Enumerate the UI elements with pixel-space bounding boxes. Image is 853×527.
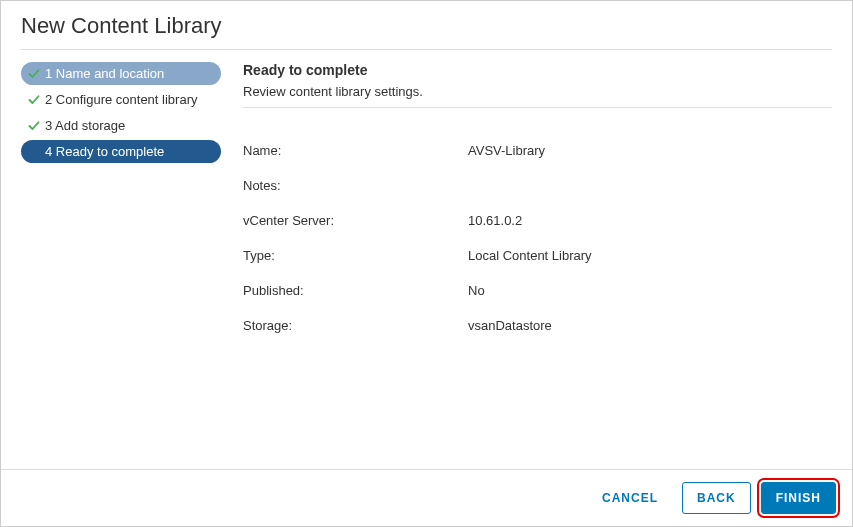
wizard-step-label: 3 Add storage [45,118,125,133]
summary-value: vsanDatastore [468,318,832,333]
summary-label: Type: [243,248,468,263]
summary-row-notes: Notes: [243,178,832,193]
wizard-step-ready[interactable]: 4 Ready to complete [21,140,221,163]
content-divider [243,107,832,108]
wizard-step-label: 4 Ready to complete [45,144,164,159]
dialog-body: 1 Name and location 2 Configure content … [1,50,852,469]
dialog-footer: CANCEL BACK FINISH [1,470,852,526]
summary-label: vCenter Server: [243,213,468,228]
summary-row-storage: Storage: vsanDatastore [243,318,832,333]
check-icon [27,119,41,133]
dialog-title: New Content Library [21,13,832,39]
wizard-step-label: 1 Name and location [45,66,164,81]
finish-button[interactable]: FINISH [761,482,836,514]
check-icon [27,93,41,107]
summary-value: Local Content Library [468,248,832,263]
wizard-step-label: 2 Configure content library [45,92,197,107]
summary-value [468,178,832,193]
wizard-step-configure[interactable]: 2 Configure content library [21,88,221,111]
summary-label: Name: [243,143,468,158]
content-panel: Ready to complete Review content library… [231,62,832,469]
summary-row-name: Name: AVSV-Library [243,143,832,158]
wizard-step-name-location[interactable]: 1 Name and location [21,62,221,85]
check-icon [27,67,41,81]
wizard-sidebar: 1 Name and location 2 Configure content … [21,62,231,469]
content-subtitle: Review content library settings. [243,84,832,99]
summary-row-published: Published: No [243,283,832,298]
summary-value: AVSV-Library [468,143,832,158]
summary-label: Storage: [243,318,468,333]
summary-value: 10.61.0.2 [468,213,832,228]
cancel-button[interactable]: CANCEL [588,483,672,513]
content-title: Ready to complete [243,62,832,78]
summary-row-vcenter: vCenter Server: 10.61.0.2 [243,213,832,228]
summary-value: No [468,283,832,298]
summary-row-type: Type: Local Content Library [243,248,832,263]
summary-label: Notes: [243,178,468,193]
wizard-step-storage[interactable]: 3 Add storage [21,114,221,137]
summary-label: Published: [243,283,468,298]
back-button[interactable]: BACK [682,482,751,514]
dialog-header: New Content Library [1,1,852,49]
